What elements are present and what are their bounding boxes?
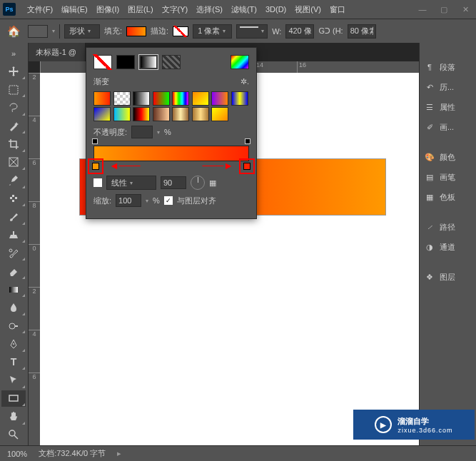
move-tool[interactable]	[1, 63, 26, 79]
gradient-preset[interactable]	[153, 107, 170, 121]
gear-icon[interactable]: ✲.	[240, 77, 249, 86]
panel-brushes[interactable]: ▤画笔	[420, 167, 476, 187]
marquee-tool[interactable]	[1, 81, 26, 98]
panel-brush[interactable]: ✐画...	[420, 117, 476, 137]
brush-tool[interactable]	[1, 208, 26, 225]
fill-solid-button[interactable]	[116, 55, 135, 69]
chevron-down-icon[interactable]: ▾	[146, 198, 148, 204]
zoom-tool[interactable]	[1, 427, 26, 443]
height-input[interactable]	[348, 24, 376, 39]
chevron-down-icon[interactable]: ▾	[52, 28, 55, 34]
menu-select[interactable]: 选择(S)	[192, 4, 227, 15]
opacity-stop-left[interactable]	[92, 138, 98, 144]
width-input[interactable]	[285, 24, 314, 39]
tool-preset-swatch[interactable]	[28, 25, 48, 38]
menu-filter[interactable]: 滤镜(T)	[227, 4, 261, 15]
gradient-preset[interactable]	[211, 107, 228, 121]
blur-tool[interactable]	[1, 299, 26, 315]
home-icon[interactable]: 🏠	[4, 25, 24, 38]
menu-file[interactable]: 文件(F)	[23, 4, 57, 15]
menu-3d[interactable]: 3D(D)	[261, 5, 290, 14]
shape-mode-dropdown[interactable]: 形状	[64, 24, 100, 39]
type-tool[interactable]: T	[1, 354, 26, 370]
spot-heal-tool[interactable]	[1, 191, 26, 207]
stroke-style-dropdown[interactable]	[236, 24, 268, 39]
panel-history[interactable]: ↶历...	[420, 77, 476, 97]
gradient-preset[interactable]	[93, 107, 111, 121]
zoom-level[interactable]: 100%	[7, 450, 27, 458]
fill-swatch[interactable]	[126, 26, 146, 36]
menu-edit[interactable]: 编辑(E)	[57, 4, 92, 15]
opacity-input[interactable]	[131, 126, 153, 138]
opacity-stop-right[interactable]	[245, 138, 250, 144]
chevron-right-icon[interactable]: ▸	[117, 449, 121, 458]
crop-tool[interactable]	[1, 136, 26, 152]
gradient-preset[interactable]	[172, 107, 189, 121]
gradient-preset[interactable]	[153, 91, 170, 106]
menu-layer[interactable]: 图层(L)	[123, 4, 157, 15]
panel-properties[interactable]: ☰属性	[420, 97, 476, 117]
fill-gradient-button[interactable]	[139, 55, 158, 69]
reverse-checkbox[interactable]	[93, 178, 102, 187]
panel-paths[interactable]: ⟋路径	[420, 217, 476, 237]
gradient-title: 渐变	[93, 76, 109, 87]
gradient-preset[interactable]	[192, 91, 209, 106]
gradient-preset[interactable]	[113, 107, 131, 121]
gradient-preset[interactable]	[211, 91, 228, 106]
fill-none-button[interactable]	[93, 55, 112, 69]
paragraph-icon: ¶	[424, 62, 435, 72]
chevron-down-icon[interactable]: ▾	[157, 129, 160, 136]
dodge-tool[interactable]	[1, 318, 26, 334]
rectangle-tool[interactable]	[1, 390, 26, 407]
menu-view[interactable]: 视图(V)	[290, 4, 325, 15]
fill-pattern-button[interactable]	[162, 55, 181, 69]
color-picker-button[interactable]	[231, 55, 249, 69]
stroke-width-dropdown[interactable]: 1 像素	[193, 24, 232, 39]
path-selection-tool[interactable]	[1, 372, 26, 388]
panel-paragraph[interactable]: ¶段落	[420, 57, 476, 77]
panel-color[interactable]: 🎨颜色	[420, 147, 476, 167]
menu-window[interactable]: 窗口	[325, 4, 350, 15]
angle-input[interactable]	[161, 176, 186, 189]
maximize-button[interactable]: ▢	[433, 2, 455, 16]
gradient-preset[interactable]	[192, 107, 209, 121]
align-layer-checkbox[interactable]: ✓	[164, 196, 173, 205]
gradient-type-dropdown[interactable]: 线性	[106, 176, 156, 190]
magic-wand-tool[interactable]	[1, 118, 26, 134]
gradient-preset[interactable]	[93, 91, 111, 106]
align-icon[interactable]: ▦	[209, 178, 216, 188]
frame-tool[interactable]	[1, 154, 26, 171]
watermark-badge: ▶ 溜溜自学 zixue.3d66.com	[353, 410, 475, 440]
gradient-editor[interactable]: ◄─── ───►	[93, 146, 249, 161]
gradient-preset[interactable]	[133, 107, 150, 121]
gradient-bar[interactable]	[93, 146, 249, 161]
annotation-highlight-left	[88, 158, 103, 174]
history-brush-tool[interactable]	[1, 245, 26, 261]
close-button[interactable]: ✕	[455, 2, 476, 16]
menu-type[interactable]: 文字(Y)	[158, 4, 193, 15]
gradient-preset[interactable]	[133, 91, 150, 106]
angle-dial[interactable]	[191, 176, 205, 190]
panel-swatches[interactable]: ▦色板	[420, 187, 476, 207]
ruler-tick: 8	[29, 201, 40, 244]
expand-icon[interactable]: »	[1, 45, 26, 61]
lasso-tool[interactable]	[1, 99, 26, 116]
eyedropper-tool[interactable]	[1, 172, 26, 188]
stroke-swatch[interactable]	[173, 26, 188, 36]
menu-image[interactable]: 图像(I)	[92, 4, 123, 15]
gradient-preset[interactable]	[113, 91, 131, 106]
panel-channels[interactable]: ◑通道	[420, 237, 476, 257]
gradient-preset[interactable]	[231, 91, 248, 106]
scale-input[interactable]	[116, 194, 141, 207]
minimize-button[interactable]: —	[412, 2, 433, 16]
pen-tool[interactable]	[1, 335, 26, 352]
document-info[interactable]: 文档:732.4K/0 字节	[39, 448, 106, 459]
hand-tool[interactable]	[1, 408, 26, 425]
eraser-tool[interactable]	[1, 263, 26, 279]
gradient-tool[interactable]	[1, 281, 26, 298]
panel-layers[interactable]: ❖图层	[420, 267, 476, 287]
document-tab[interactable]: 未标题-1 @	[29, 43, 86, 61]
clone-stamp-tool[interactable]	[1, 227, 26, 243]
gradient-preset[interactable]	[172, 91, 189, 106]
link-wh-label[interactable]: GƆ (H:	[318, 26, 343, 36]
